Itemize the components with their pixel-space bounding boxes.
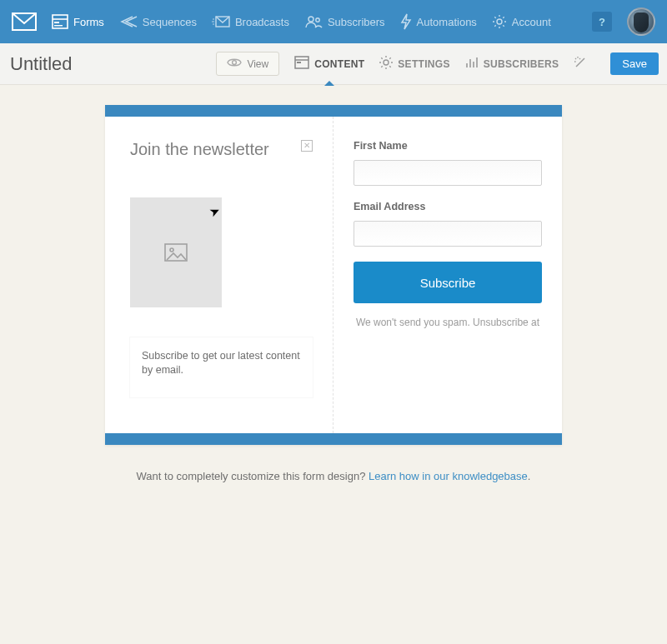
- tab-label: SUBSCRIBERS: [484, 58, 559, 70]
- email-label: Email Address: [354, 201, 542, 212]
- people-icon: [304, 15, 323, 28]
- tab-content[interactable]: CONTENT: [294, 43, 364, 85]
- avatar[interactable]: [627, 7, 655, 36]
- nav-sequences[interactable]: Sequences: [119, 15, 197, 28]
- first-name-input[interactable]: [354, 160, 542, 186]
- form-right-pane: First Name Email Address Subscribe We wo…: [334, 117, 562, 433]
- tab-settings[interactable]: SETTINGS: [379, 43, 449, 85]
- svg-rect-2: [54, 22, 59, 23]
- footer-text: Want to completely customize this form d…: [137, 470, 369, 482]
- help-button[interactable]: ?: [592, 12, 612, 32]
- svg-point-6: [316, 18, 319, 22]
- svg-point-11: [384, 60, 389, 65]
- sequences-icon: [119, 15, 138, 28]
- save-button[interactable]: Save: [610, 52, 659, 75]
- form-left-pane: Join the newsletter ✕ ➤ Subscribe to get…: [105, 117, 334, 433]
- first-name-label: First Name: [354, 140, 542, 152]
- canvas-area: Join the newsletter ✕ ➤ Subscribe to get…: [0, 85, 667, 482]
- wand-icon[interactable]: [574, 56, 587, 72]
- svg-rect-3: [54, 25, 63, 26]
- nav-account[interactable]: Account: [492, 14, 551, 29]
- view-label: View: [247, 58, 268, 70]
- nav-label: Sequences: [143, 16, 197, 28]
- svg-point-13: [170, 248, 173, 252]
- settings-icon: [379, 56, 393, 72]
- nav-label: Automations: [417, 16, 477, 28]
- page-title[interactable]: Untitled: [10, 53, 73, 75]
- spam-note: We won't send you spam. Unsubscribe at: [354, 317, 542, 328]
- form-canvas: Join the newsletter ✕ ➤ Subscribe to get…: [105, 105, 562, 445]
- mail-logo-icon[interactable]: [12, 12, 37, 31]
- nav-label: Forms: [73, 16, 104, 28]
- gear-icon: [492, 14, 507, 29]
- broadcasts-icon: [212, 15, 230, 28]
- svg-point-5: [308, 17, 313, 22]
- form-description[interactable]: Subscribe to get our latest content by e…: [130, 337, 313, 397]
- svg-rect-10: [297, 62, 301, 63]
- nav-forms[interactable]: Forms: [52, 14, 104, 29]
- subscribe-button[interactable]: Subscribe: [354, 262, 542, 303]
- footer-dot: .: [528, 470, 531, 482]
- email-input[interactable]: [354, 221, 542, 247]
- editor-tabs: CONTENT SETTINGS SUBSCRIBERS: [294, 43, 597, 85]
- bars-icon: [465, 57, 479, 71]
- forms-icon: [52, 14, 68, 29]
- subheader: Untitled View CONTENT SETTINGS SUBSCR: [0, 43, 667, 85]
- nav-label: Account: [512, 16, 551, 28]
- footer-link[interactable]: Learn how in our knowledgebase: [369, 470, 528, 482]
- eye-icon: [227, 57, 242, 70]
- nav-subscribers[interactable]: Subscribers: [304, 15, 385, 28]
- image-placeholder[interactable]: [130, 197, 222, 307]
- footer-note: Want to completely customize this form d…: [137, 470, 531, 482]
- nav-label: Broadcasts: [235, 16, 289, 28]
- nav-label: Subscribers: [328, 16, 385, 28]
- nav-broadcasts[interactable]: Broadcasts: [212, 15, 289, 28]
- bolt-icon: [400, 13, 412, 30]
- close-icon[interactable]: ✕: [301, 140, 313, 152]
- tab-label: SETTINGS: [398, 58, 449, 70]
- view-button[interactable]: View: [216, 52, 279, 76]
- content-icon: [294, 56, 309, 72]
- svg-point-8: [233, 61, 237, 65]
- form-headline[interactable]: Join the newsletter: [130, 140, 269, 159]
- svg-point-7: [497, 19, 502, 24]
- top-nav: Forms Sequences Broadcasts Subscribers: [0, 0, 667, 43]
- tab-subscribers[interactable]: SUBSCRIBERS: [465, 43, 559, 85]
- tab-label: CONTENT: [314, 58, 364, 70]
- nav-automations[interactable]: Automations: [400, 13, 477, 30]
